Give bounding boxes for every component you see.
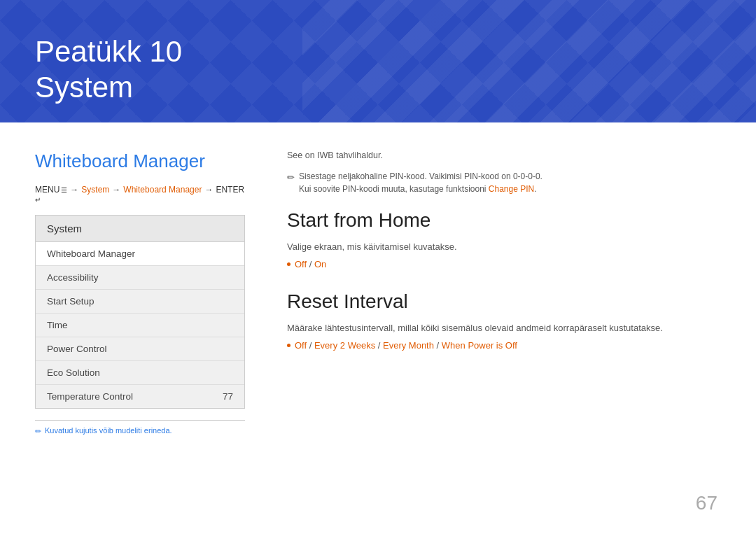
pencil-icon-footnote: ✏ (35, 427, 41, 436)
breadcrumb-system-link[interactable]: System (81, 185, 109, 195)
menu-item-temperature-label: Temperature Control (47, 391, 133, 402)
reset-interval-option-text: Off / Every 2 Weeks / Every Month / When… (295, 340, 517, 351)
breadcrumb-arrow-1: → (70, 185, 78, 195)
menu-item-time[interactable]: Time (36, 314, 244, 337)
breadcrumb-menu-icon: ☰ (61, 186, 67, 194)
start-from-home-option-text: Off / On (295, 259, 326, 269)
start-from-home-desc: Valige ekraan, mis käivitamisel kuvataks… (287, 241, 721, 252)
right-column: See on IWB tahvlihaldur. ✏ Sisestage nel… (287, 150, 721, 513)
header-title: Peatükk 10 System (35, 34, 182, 105)
breadcrumb-menu-label: MENU (35, 185, 59, 195)
breadcrumb-arrow-2: → (112, 185, 120, 195)
chapter-title: System (35, 70, 182, 105)
breadcrumb-enter-icon: ↵ (35, 196, 41, 204)
menu-header: System (36, 216, 244, 242)
breadcrumb-enter-label: ENTER (216, 185, 244, 195)
page-header: Peatükk 10 System (0, 0, 756, 122)
menu-item-temperature-value: 77 (223, 391, 233, 402)
section-title: Whiteboard Manager (35, 150, 245, 172)
reset-interval-desc: Määrake lähtestusintervall, millal kõiki… (287, 323, 721, 333)
option-sep-2: / (307, 340, 314, 351)
main-content: Whiteboard Manager MENU ☰ → System → Whi… (0, 122, 756, 534)
option-off-2: Off (295, 340, 307, 351)
reset-interval-option: Off / Every 2 Weeks / Every Month / When… (287, 340, 721, 351)
breadcrumb-arrow-3: → (204, 185, 213, 195)
footnote-text: Kuvatud kujutis võib mudeliti erineda. (45, 426, 172, 435)
menu-item-start-setup[interactable]: Start Setup (36, 290, 244, 314)
menu-box: System Whiteboard Manager Accessibility … (35, 215, 245, 409)
option-when-power-off: When Power is Off (442, 340, 517, 351)
pencil-note-text: Sisestage neljakohaline PIN-kood. Vaikim… (299, 170, 542, 195)
pencil-note: ✏ Sisestage neljakohaline PIN-kood. Vaik… (287, 170, 721, 195)
breadcrumb-whiteboard-link[interactable]: Whiteboard Manager (123, 185, 202, 195)
menu-item-power-control[interactable]: Power Control (36, 337, 244, 361)
menu-item-accessibility[interactable]: Accessibility (36, 266, 244, 290)
info-note: See on IWB tahvlihaldur. (287, 150, 721, 160)
option-sep-1: / (307, 259, 314, 269)
header-bg-pattern (302, 0, 756, 122)
change-pin-link[interactable]: Change PIN (489, 184, 534, 194)
menu-item-temperature-control[interactable]: Temperature Control 77 (36, 385, 244, 408)
option-off: Off (295, 259, 307, 269)
pencil-icon-note: ✏ (287, 171, 295, 185)
menu-item-whiteboard-manager[interactable]: Whiteboard Manager (36, 242, 244, 266)
footnote-divider (35, 420, 245, 421)
menu-item-eco-solution[interactable]: Eco Solution (36, 361, 244, 385)
option-sep-3: / (375, 340, 383, 351)
option-every-month: Every Month (383, 340, 434, 351)
reset-interval-options: Off / Every 2 Weeks / Every Month / When… (287, 340, 721, 351)
start-from-home-options: Off / On (287, 259, 721, 269)
bullet-dot-2 (287, 344, 290, 347)
left-column: Whiteboard Manager MENU ☰ → System → Whi… (35, 150, 245, 513)
start-from-home-option: Off / On (287, 259, 721, 269)
start-from-home-title: Start from Home (287, 209, 721, 232)
option-every2weeks: Every 2 Weeks (314, 340, 375, 351)
reset-interval-title: Reset Interval (287, 290, 721, 313)
bullet-dot (287, 262, 290, 266)
breadcrumb: MENU ☰ → System → Whiteboard Manager → E… (35, 185, 245, 204)
option-on: On (314, 259, 326, 269)
footnote: ✏ Kuvatud kujutis võib mudeliti erineda. (35, 426, 245, 436)
page-number: 67 (696, 492, 718, 514)
option-sep-4: / (434, 340, 442, 351)
chapter-label: Peatükk 10 (35, 34, 182, 69)
